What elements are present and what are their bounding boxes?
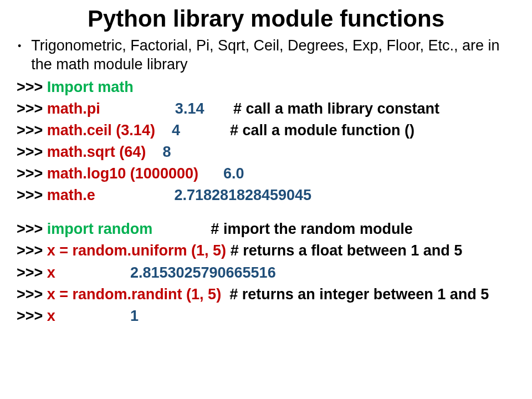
result: 1: [130, 308, 139, 324]
spacer-text: [146, 144, 162, 160]
prompt: >>>: [17, 122, 47, 139]
prompt: >>>: [17, 187, 47, 203]
command: math.ceil (3.14): [47, 122, 155, 139]
result: 6.0: [223, 165, 244, 182]
code-line-import-random: >>> import random # import the random mo…: [17, 218, 515, 240]
command: x: [47, 308, 55, 324]
code-line-random-uniform: >>> x = random.uniform (1, 5) # returns …: [17, 240, 515, 262]
result: 3.14: [175, 100, 204, 117]
comment: # import the random module: [211, 221, 413, 237]
spacer-text: [55, 264, 130, 281]
prompt: >>>: [17, 79, 47, 95]
prompt: >>>: [17, 286, 47, 303]
command: x = random.randint (1, 5): [47, 286, 221, 303]
command: math.log10 (1000000): [47, 165, 198, 182]
bullet-icon: •: [18, 37, 21, 55]
result: 4: [172, 122, 180, 139]
command: x = random.uniform (1, 5): [47, 242, 226, 259]
code-line-x-int: >>> x 1: [17, 305, 515, 327]
prompt: >>>: [17, 144, 47, 160]
prompt: >>>: [17, 264, 47, 281]
code-line-x-float: >>> x 2.8153025790665516: [17, 262, 515, 284]
command: Import math: [47, 79, 134, 95]
result: 2.8153025790665516: [130, 264, 276, 281]
command: import random: [47, 221, 153, 237]
spacer-text: [180, 122, 230, 139]
comment: # call a module function (): [230, 122, 415, 139]
slide-title: Python library module functions: [17, 6, 515, 32]
comment: # returns a float between 1 and 5: [226, 242, 462, 259]
result: 2.718281828459045: [174, 187, 311, 203]
spacer-text: [95, 187, 175, 203]
comment: # call a math library constant: [233, 100, 439, 117]
code-line-math-pi: >>> math.pi 3.14 # call a math library c…: [17, 98, 515, 120]
prompt: >>>: [17, 221, 47, 237]
bullet-intro: • Trigonometric, Factorial, Pi, Sqrt, Ce…: [17, 37, 515, 74]
prompt: >>>: [17, 165, 47, 182]
prompt: >>>: [17, 100, 47, 117]
bullet-text: Trigonometric, Factorial, Pi, Sqrt, Ceil…: [31, 37, 515, 74]
prompt: >>>: [17, 308, 47, 324]
command: math.pi: [47, 100, 100, 117]
spacer-text: [198, 165, 223, 182]
code-line-import-math: >>> Import math: [17, 76, 515, 98]
slide: Python library module functions • Trigon…: [0, 0, 532, 338]
prompt: >>>: [17, 242, 47, 259]
command: x: [47, 264, 55, 281]
blank-line: [17, 206, 515, 218]
code-line-random-randint: >>> x = random.randint (1, 5) # returns …: [17, 284, 515, 305]
command: math.sqrt (64): [47, 144, 146, 160]
comment: # returns an integer between 1 and 5: [221, 286, 489, 303]
code-line-math-e: >>> math.e 2.718281828459045: [17, 185, 515, 206]
spacer-text: [155, 122, 172, 139]
code-line-math-log10: >>> math.log10 (1000000) 6.0: [17, 163, 515, 185]
result: 8: [162, 144, 171, 160]
spacer-text: [100, 100, 175, 117]
spacer-text: [204, 100, 233, 117]
command: math.e: [47, 187, 95, 203]
code-line-math-sqrt: >>> math.sqrt (64) 8: [17, 141, 515, 163]
spacer-text: [55, 308, 130, 324]
code-line-math-ceil: >>> math.ceil (3.14) 4 # call a module f…: [17, 120, 515, 141]
spacer-text: [152, 221, 211, 237]
